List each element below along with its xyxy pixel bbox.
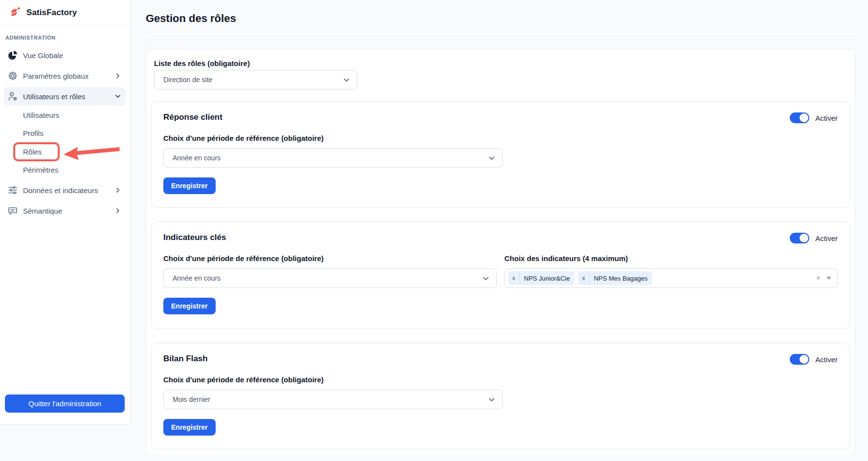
sidebar-item-label: Sémantique: [23, 207, 62, 215]
save-button[interactable]: Enregistrer: [163, 298, 216, 314]
activate-toggle-row: Activer: [790, 233, 838, 243]
dropdown-caret-icon[interactable]: [826, 277, 831, 280]
period-label: Choix d'une période de référence (obliga…: [163, 134, 838, 142]
sidebar-subitem-roles[interactable]: Rôles: [4, 142, 125, 161]
sidebar-item-semantique[interactable]: Sémantique: [4, 201, 125, 220]
section-card-bilan-flash: Bilan Flash Activer Choix d'une période …: [151, 343, 850, 449]
indicator-tag-label: NPS Junior&Cie: [520, 271, 575, 285]
chevron-down-icon: [488, 154, 495, 162]
role-list-label: Liste des rôles (obligatoire): [154, 59, 250, 67]
indicators-label: Choix des indicateurs (4 maximum): [505, 254, 838, 263]
sidebar-item-label: Utilisateurs: [23, 111, 59, 119]
toggle-label: Activer: [815, 234, 838, 242]
page-title: Gestion des rôles: [146, 12, 236, 25]
user-gear-icon: [8, 91, 18, 101]
sidebar-item-label: Utilisateurs et rôles: [23, 92, 86, 101]
chevron-down-icon: [114, 93, 121, 100]
period-label: Choix d'une période de référence (obliga…: [163, 254, 497, 263]
chevron-right-icon: [114, 207, 121, 214]
toggle-knob: [800, 234, 808, 242]
toggle-knob: [800, 113, 808, 122]
save-button[interactable]: Enregistrer: [163, 177, 216, 194]
period-select[interactable]: Mois dernier: [163, 390, 503, 409]
sidebar-subitem-utilisateurs[interactable]: Utilisateurs: [4, 106, 125, 124]
sidebar-item-donnees-et-indicateurs[interactable]: Données et indicateurs: [4, 181, 125, 199]
roles-panel: Liste des rôles (obligatoire) Direction …: [146, 49, 855, 456]
sidebar-item-utilisateurs-et-roles[interactable]: Utilisateurs et rôles: [4, 87, 125, 106]
sidebar-item-parametres-globaux[interactable]: Paramètres globaux: [4, 66, 125, 85]
period-select-value: Année en cours: [173, 154, 221, 162]
activate-toggle-row: Activer: [790, 354, 838, 365]
toggle-knob: [800, 355, 808, 364]
sidebar-item-label: Paramètres globaux: [23, 72, 89, 80]
remove-tag-icon[interactable]: x: [509, 271, 520, 285]
toggle-label: Activer: [815, 355, 838, 364]
section-title: Indicateurs clés: [163, 233, 838, 242]
indicator-tag: x NPS Mes Bagages: [578, 271, 652, 285]
section-label-administration: ADMINISTRATION: [5, 35, 56, 41]
satisfactory-logo-icon: [8, 6, 22, 20]
quit-administration-button[interactable]: Quitter l'administration: [5, 395, 125, 413]
section-title: Bilan Flash: [163, 354, 838, 364]
activate-toggle-row: Activer: [790, 112, 838, 123]
role-select-value: Direction de site: [163, 76, 212, 84]
sidebar-subitem-perimetres[interactable]: Périmètres: [4, 160, 125, 179]
gear-icon: [8, 71, 18, 81]
title-divider: [146, 40, 855, 40]
period-select[interactable]: Année en cours: [163, 148, 503, 168]
main-content: Gestion des rôles Liste des rôles (oblig…: [131, 0, 868, 461]
sidebar-item-label: Rôles: [23, 148, 42, 156]
section-card-reponse-client: Réponse client Activer Choix d'une pério…: [151, 101, 850, 208]
sidebar-item-label: Profils: [23, 129, 44, 137]
toggle-label: Activer: [815, 114, 838, 122]
indicators-multiselect[interactable]: x NPS Junior&Cie x NPS Mes Bagages ×: [505, 268, 838, 288]
indicator-tag: x NPS Junior&Cie: [509, 271, 575, 285]
activate-toggle[interactable]: [790, 233, 809, 243]
indicators-column: Choix des indicateurs (4 maximum) x NPS …: [505, 242, 838, 288]
role-select[interactable]: Direction de site: [154, 70, 357, 89]
section-card-indicateurs-cles: Indicateurs clés Activer Choix d'une pér…: [151, 221, 850, 329]
indicator-tag-label: NPS Mes Bagages: [589, 271, 652, 285]
chevron-down-icon: [343, 76, 350, 84]
chat-bubble-icon: [8, 206, 18, 216]
period-select-value: Mois dernier: [173, 395, 210, 403]
admin-sidebar: SatisFactory ADMINISTRATION Vue Globale …: [0, 0, 131, 425]
sidebar-item-label: Données et indicateurs: [23, 186, 98, 195]
chevron-down-icon: [488, 396, 495, 403]
activate-toggle[interactable]: [790, 112, 809, 123]
chevron-right-icon: [114, 72, 121, 79]
pie-chart-icon: [8, 50, 18, 60]
activate-toggle[interactable]: [790, 354, 809, 365]
brand-name: SatisFactory: [26, 8, 77, 18]
sidebar-item-label: Périmètres: [23, 166, 59, 174]
chevron-down-icon: [482, 275, 490, 282]
clear-all-icon[interactable]: ×: [816, 274, 821, 282]
sliders-icon: [8, 185, 18, 195]
sidebar-item-label: Vue Globale: [23, 51, 63, 60]
remove-tag-icon[interactable]: x: [578, 271, 589, 285]
chevron-right-icon: [114, 187, 121, 194]
section-title: Réponse client: [163, 112, 838, 122]
period-select-value: Année en cours: [173, 274, 221, 282]
save-button[interactable]: Enregistrer: [163, 419, 216, 436]
period-column: Choix d'une période de référence (obliga…: [163, 242, 497, 288]
period-select[interactable]: Année en cours: [163, 268, 497, 288]
multiselect-controls: ×: [816, 274, 831, 282]
brand-header: SatisFactory: [0, 0, 130, 25]
period-label: Choix d'une période de référence (obliga…: [163, 375, 838, 384]
sidebar-item-vue-globale[interactable]: Vue Globale: [4, 46, 125, 65]
sidebar-subitem-profils[interactable]: Profils: [4, 124, 125, 142]
